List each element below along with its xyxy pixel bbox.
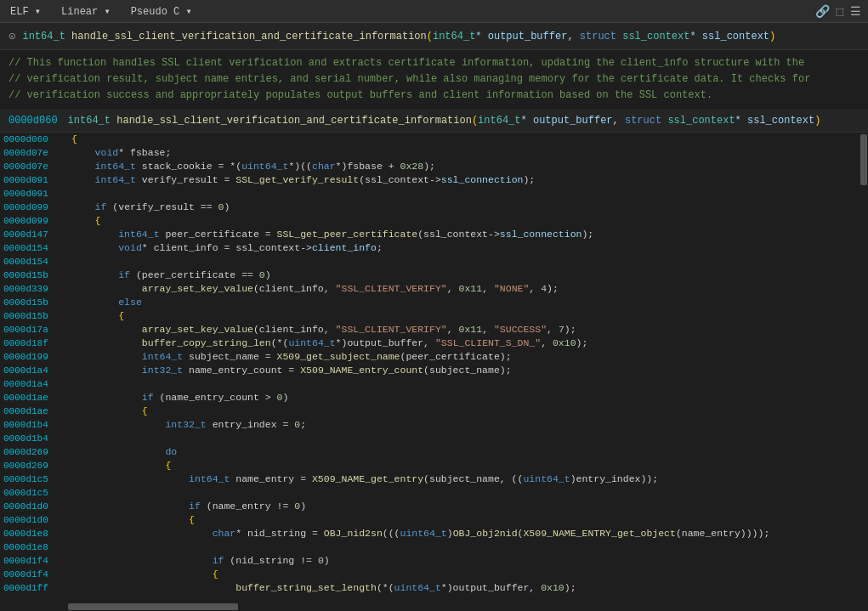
code-cell: else — [68, 296, 859, 309]
table-row: 0000d1d0 if (name_entry != 0) — [0, 500, 859, 513]
function-header: ⊙ int64_t handle_ssl_client_verification… — [0, 23, 868, 50]
code-cell: buffer_string_set_length(*(uint64_t*)out… — [68, 581, 859, 595]
code-cell: { — [68, 459, 859, 472]
table-row: 0000d154 — [0, 255, 859, 269]
code-cell: { — [68, 133, 859, 146]
elf-menu[interactable]: ELF ▾ — [7, 3, 44, 20]
address-cell: 0000d099 — [0, 214, 68, 228]
code-table: 0000d060{0000d07e void* fsbase;0000d07e … — [0, 133, 859, 595]
table-row: 0000d060{ — [0, 133, 859, 146]
address-cell: 0000d07e — [0, 160, 68, 173]
code-cell — [68, 540, 859, 554]
sig-addr: 0000d060 — [9, 115, 58, 127]
code-cell — [68, 432, 859, 445]
sig-text: int64_t handle_ssl_client_verification_a… — [68, 115, 821, 127]
address-cell: 0000d17a — [0, 323, 68, 337]
code-cell: { — [68, 568, 859, 581]
code-cell: if (name_entry_count > 0) — [68, 391, 859, 405]
signature-bar: 0000d060 int64_t handle_ssl_client_verif… — [0, 110, 868, 133]
function-icon: ⊙ — [9, 29, 15, 43]
table-row: 0000d1ae { — [0, 405, 859, 418]
table-row: 0000d1a4 — [0, 377, 859, 391]
code-cell: if (verify_result == 0) — [68, 201, 859, 214]
address-cell: 0000d269 — [0, 459, 68, 472]
table-row: 0000d1c5 int64_t name_entry = X509_NAME_… — [0, 472, 859, 486]
function-signature: int64_t handle_ssl_client_verification_a… — [22, 31, 775, 42]
table-row: 0000d15b { — [0, 309, 859, 323]
address-cell: 0000d1e8 — [0, 540, 68, 554]
toolbar-icons: 🔗 ⬚ ☰ — [815, 4, 861, 19]
address-cell: 0000d1ae — [0, 405, 68, 418]
vertical-scrollbar[interactable] — [859, 133, 868, 603]
table-row: 0000d147 int64_t peer_certificate = SSL_… — [0, 228, 859, 241]
horizontal-scrollbar[interactable] — [0, 603, 868, 611]
table-row: 0000d07e int64_t stack_cookie = *(uint64… — [0, 160, 859, 173]
code-cell: if (nid_string != 0) — [68, 554, 859, 568]
link-icon[interactable]: 🔗 — [815, 4, 830, 19]
table-row: 0000d07e void* fsbase; — [0, 146, 859, 160]
address-cell: 0000d1c5 — [0, 472, 68, 486]
address-cell: 0000d339 — [0, 282, 68, 296]
table-row: 0000d1b4 int32_t entry_index = 0; — [0, 418, 859, 432]
code-cell: { — [68, 309, 859, 323]
code-cell: array_set_key_value(client_info, "SSL_CL… — [68, 323, 859, 337]
code-cell: void* client_info = ssl_context->client_… — [68, 241, 859, 255]
pseudoc-menu[interactable]: Pseudo C ▾ — [128, 3, 196, 20]
code-cell: void* fsbase; — [68, 146, 859, 160]
comment-line-2: // verification result, subject name ent… — [9, 71, 859, 88]
table-row: 0000d1f4 { — [0, 568, 859, 581]
table-row: 0000d091 int64_t verify_result = SSL_get… — [0, 173, 859, 187]
code-cell: buffer_copy_string_len(*(uint64_t*)outpu… — [68, 337, 859, 350]
address-cell: 0000d1c5 — [0, 486, 68, 500]
code-cell: int64_t peer_certificate = SSL_get_peer_… — [68, 228, 859, 241]
code-cell: int64_t name_entry = X509_NAME_get_entry… — [68, 472, 859, 486]
address-cell: 0000d199 — [0, 350, 68, 364]
table-row: 0000d1c5 — [0, 486, 859, 500]
table-row: 0000d1ff buffer_string_set_length(*(uint… — [0, 581, 859, 595]
comment-line-3: // verification success and appropriatel… — [9, 88, 859, 104]
table-row: 0000d091 — [0, 187, 859, 201]
table-row: 0000d154 void* client_info = ssl_context… — [0, 241, 859, 255]
linear-menu[interactable]: Linear ▾ — [58, 3, 114, 20]
code-cell: if (peer_certificate == 0) — [68, 269, 859, 282]
scrollbar-thumb[interactable] — [860, 134, 867, 185]
table-row: 0000d269 { — [0, 459, 859, 472]
code-cell — [68, 486, 859, 500]
address-cell: 0000d15b — [0, 269, 68, 282]
code-cell: if (name_entry != 0) — [68, 500, 859, 513]
table-row: 0000d099 if (verify_result == 0) — [0, 201, 859, 214]
code-scroll[interactable]: 0000d060{0000d07e void* fsbase;0000d07e … — [0, 133, 859, 603]
h-scrollbar-thumb[interactable] — [68, 603, 238, 610]
code-cell — [68, 187, 859, 201]
code-cell: { — [68, 405, 859, 418]
address-cell: 0000d1ff — [0, 581, 68, 595]
table-row: 0000d1d0 { — [0, 513, 859, 527]
menu-icon[interactable]: ☰ — [850, 4, 861, 19]
split-icon[interactable]: ⬚ — [837, 4, 843, 19]
code-cell: { — [68, 513, 859, 527]
code-cell: { — [68, 214, 859, 228]
address-cell: 0000d1b4 — [0, 418, 68, 432]
code-area: 0000d060{0000d07e void* fsbase;0000d07e … — [0, 133, 868, 603]
address-cell: 0000d091 — [0, 173, 68, 187]
address-cell: 0000d1a4 — [0, 377, 68, 391]
address-cell: 0000d091 — [0, 187, 68, 201]
code-cell — [68, 255, 859, 269]
table-row: 0000d1f4 if (nid_string != 0) — [0, 554, 859, 568]
address-cell: 0000d07e — [0, 146, 68, 160]
address-cell: 0000d269 — [0, 445, 68, 459]
code-cell: int64_t verify_result = SSL_get_verify_r… — [68, 173, 859, 187]
table-row: 0000d269 do — [0, 445, 859, 459]
address-cell: 0000d15b — [0, 309, 68, 323]
table-row: 0000d099 { — [0, 214, 859, 228]
code-cell: int32_t name_entry_count = X509_NAME_ent… — [68, 364, 859, 377]
menu-bar: ELF ▾ Linear ▾ Pseudo C ▾ 🔗 ⬚ ☰ — [0, 0, 868, 23]
table-row: 0000d15b if (peer_certificate == 0) — [0, 269, 859, 282]
address-cell: 0000d1a4 — [0, 364, 68, 377]
code-cell: int32_t entry_index = 0; — [68, 418, 859, 432]
code-cell: int64_t stack_cookie = *(uint64_t*)((cha… — [68, 160, 859, 173]
code-cell — [68, 377, 859, 391]
address-cell: 0000d1d0 — [0, 513, 68, 527]
address-cell: 0000d1e8 — [0, 527, 68, 540]
address-cell: 0000d1b4 — [0, 432, 68, 445]
